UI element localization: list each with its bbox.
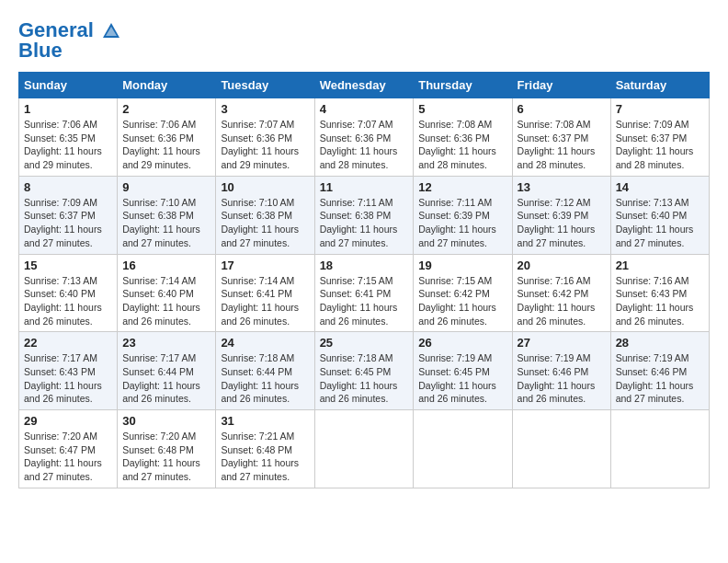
day-number: 6 — [518, 102, 606, 116]
day-info: Sunrise: 7:16 AMSunset: 6:42 PMDaylight:… — [518, 275, 596, 327]
day-info: Sunrise: 7:07 AMSunset: 6:36 PMDaylight:… — [320, 119, 398, 170]
day-number: 10 — [221, 180, 309, 194]
day-number: 11 — [320, 180, 409, 194]
calendar-cell: 4 Sunrise: 7:07 AMSunset: 6:36 PMDayligh… — [314, 98, 414, 177]
calendar-cell: 9 Sunrise: 7:10 AMSunset: 6:38 PMDayligh… — [118, 176, 216, 254]
calendar-week-1: 1 Sunrise: 7:06 AMSunset: 6:35 PMDayligh… — [19, 98, 710, 177]
calendar-cell: 6 Sunrise: 7:08 AMSunset: 6:37 PMDayligh… — [512, 98, 610, 177]
calendar-header-thursday: Thursday — [414, 73, 512, 98]
day-info: Sunrise: 7:20 AMSunset: 6:47 PMDaylight:… — [24, 431, 102, 482]
calendar-cell: 14 Sunrise: 7:13 AMSunset: 6:40 PMDaylig… — [610, 176, 709, 254]
calendar-header-saturday: Saturday — [610, 73, 709, 98]
day-number: 8 — [24, 180, 112, 194]
day-number: 28 — [616, 336, 704, 350]
day-number: 26 — [418, 336, 506, 350]
day-number: 7 — [616, 102, 704, 116]
calendar-cell: 19 Sunrise: 7:15 AMSunset: 6:42 PMDaylig… — [414, 254, 512, 332]
day-number: 23 — [122, 336, 210, 350]
day-info: Sunrise: 7:08 AMSunset: 6:37 PMDaylight:… — [518, 119, 596, 170]
calendar-cell — [610, 410, 709, 488]
calendar-cell: 16 Sunrise: 7:14 AMSunset: 6:40 PMDaylig… — [118, 254, 216, 332]
day-info: Sunrise: 7:07 AMSunset: 6:36 PMDaylight:… — [221, 119, 299, 170]
day-info: Sunrise: 7:06 AMSunset: 6:35 PMDaylight:… — [24, 119, 102, 170]
calendar-cell: 30 Sunrise: 7:20 AMSunset: 6:48 PMDaylig… — [118, 410, 216, 488]
calendar-cell: 2 Sunrise: 7:06 AMSunset: 6:36 PMDayligh… — [118, 98, 216, 177]
calendar-cell: 20 Sunrise: 7:16 AMSunset: 6:42 PMDaylig… — [512, 254, 610, 332]
day-number: 22 — [24, 336, 112, 350]
calendar-cell: 8 Sunrise: 7:09 AMSunset: 6:37 PMDayligh… — [19, 176, 118, 254]
day-number: 13 — [518, 180, 606, 194]
calendar-cell: 10 Sunrise: 7:10 AMSunset: 6:38 PMDaylig… — [216, 176, 314, 254]
day-info: Sunrise: 7:18 AMSunset: 6:45 PMDaylight:… — [320, 352, 398, 404]
day-info: Sunrise: 7:16 AMSunset: 6:43 PMDaylight:… — [616, 275, 694, 327]
logo-icon — [101, 21, 121, 41]
calendar-cell: 21 Sunrise: 7:16 AMSunset: 6:43 PMDaylig… — [610, 254, 709, 332]
calendar-body: 1 Sunrise: 7:06 AMSunset: 6:35 PMDayligh… — [19, 98, 710, 488]
calendar-header-monday: Monday — [118, 73, 216, 98]
day-info: Sunrise: 7:10 AMSunset: 6:38 PMDaylight:… — [122, 197, 200, 248]
calendar-cell: 22 Sunrise: 7:17 AMSunset: 6:43 PMDaylig… — [19, 332, 118, 410]
day-number: 12 — [418, 180, 506, 194]
calendar-cell: 25 Sunrise: 7:18 AMSunset: 6:45 PMDaylig… — [314, 332, 414, 410]
calendar-week-5: 29 Sunrise: 7:20 AMSunset: 6:47 PMDaylig… — [19, 410, 710, 488]
calendar-cell: 18 Sunrise: 7:15 AMSunset: 6:41 PMDaylig… — [314, 254, 414, 332]
calendar-cell: 13 Sunrise: 7:12 AMSunset: 6:39 PMDaylig… — [512, 176, 610, 254]
day-number: 2 — [122, 102, 210, 116]
calendar-cell: 5 Sunrise: 7:08 AMSunset: 6:36 PMDayligh… — [414, 98, 512, 177]
day-info: Sunrise: 7:13 AMSunset: 6:40 PMDaylight:… — [24, 275, 102, 327]
day-number: 17 — [221, 259, 309, 272]
day-info: Sunrise: 7:17 AMSunset: 6:43 PMDaylight:… — [24, 352, 102, 404]
logo-line2: Blue — [18, 39, 63, 63]
calendar-cell: 15 Sunrise: 7:13 AMSunset: 6:40 PMDaylig… — [19, 254, 118, 332]
day-info: Sunrise: 7:21 AMSunset: 6:48 PMDaylight:… — [221, 431, 299, 482]
day-info: Sunrise: 7:06 AMSunset: 6:36 PMDaylight:… — [122, 119, 200, 170]
calendar-cell — [414, 410, 512, 488]
calendar-cell: 1 Sunrise: 7:06 AMSunset: 6:35 PMDayligh… — [19, 98, 118, 177]
logo: General Blue — [18, 18, 121, 63]
day-number: 19 — [418, 259, 506, 272]
day-number: 15 — [24, 259, 112, 272]
calendar-week-2: 8 Sunrise: 7:09 AMSunset: 6:37 PMDayligh… — [19, 176, 710, 254]
day-info: Sunrise: 7:19 AMSunset: 6:45 PMDaylight:… — [418, 352, 496, 404]
day-info: Sunrise: 7:14 AMSunset: 6:41 PMDaylight:… — [221, 275, 299, 327]
calendar-table: SundayMondayTuesdayWednesdayThursdayFrid… — [18, 72, 710, 488]
day-info: Sunrise: 7:08 AMSunset: 6:36 PMDaylight:… — [418, 119, 496, 170]
calendar-week-4: 22 Sunrise: 7:17 AMSunset: 6:43 PMDaylig… — [19, 332, 710, 410]
day-number: 29 — [24, 414, 112, 428]
day-number: 30 — [122, 414, 210, 428]
calendar-header-friday: Friday — [512, 73, 610, 98]
day-number: 16 — [122, 259, 210, 272]
day-info: Sunrise: 7:12 AMSunset: 6:39 PMDaylight:… — [518, 197, 596, 248]
day-number: 3 — [221, 102, 309, 116]
day-number: 14 — [616, 180, 704, 194]
calendar-cell: 3 Sunrise: 7:07 AMSunset: 6:36 PMDayligh… — [216, 98, 314, 177]
calendar-cell: 17 Sunrise: 7:14 AMSunset: 6:41 PMDaylig… — [216, 254, 314, 332]
day-number: 4 — [320, 102, 409, 116]
calendar-cell: 11 Sunrise: 7:11 AMSunset: 6:38 PMDaylig… — [314, 176, 414, 254]
page-header: General Blue — [18, 18, 710, 63]
calendar-cell: 24 Sunrise: 7:18 AMSunset: 6:44 PMDaylig… — [216, 332, 314, 410]
day-info: Sunrise: 7:13 AMSunset: 6:40 PMDaylight:… — [616, 197, 694, 248]
day-info: Sunrise: 7:17 AMSunset: 6:44 PMDaylight:… — [122, 352, 200, 404]
day-number: 5 — [418, 102, 506, 116]
day-number: 27 — [518, 336, 606, 350]
day-info: Sunrise: 7:19 AMSunset: 6:46 PMDaylight:… — [616, 352, 694, 404]
calendar-cell: 31 Sunrise: 7:21 AMSunset: 6:48 PMDaylig… — [216, 410, 314, 488]
day-info: Sunrise: 7:20 AMSunset: 6:48 PMDaylight:… — [122, 431, 200, 482]
calendar-header-wednesday: Wednesday — [314, 73, 414, 98]
calendar-header-tuesday: Tuesday — [216, 73, 314, 98]
day-info: Sunrise: 7:09 AMSunset: 6:37 PMDaylight:… — [24, 197, 102, 248]
calendar-cell: 27 Sunrise: 7:19 AMSunset: 6:46 PMDaylig… — [512, 332, 610, 410]
calendar-cell: 26 Sunrise: 7:19 AMSunset: 6:45 PMDaylig… — [414, 332, 512, 410]
day-number: 24 — [221, 336, 309, 350]
day-number: 31 — [221, 414, 309, 428]
day-number: 21 — [616, 259, 704, 272]
day-info: Sunrise: 7:15 AMSunset: 6:42 PMDaylight:… — [418, 275, 496, 327]
calendar-cell — [314, 410, 414, 488]
calendar-cell: 7 Sunrise: 7:09 AMSunset: 6:37 PMDayligh… — [610, 98, 709, 177]
day-info: Sunrise: 7:09 AMSunset: 6:37 PMDaylight:… — [616, 119, 694, 170]
day-info: Sunrise: 7:19 AMSunset: 6:46 PMDaylight:… — [518, 352, 596, 404]
calendar-cell: 28 Sunrise: 7:19 AMSunset: 6:46 PMDaylig… — [610, 332, 709, 410]
day-number: 20 — [518, 259, 606, 272]
calendar-week-3: 15 Sunrise: 7:13 AMSunset: 6:40 PMDaylig… — [19, 254, 710, 332]
